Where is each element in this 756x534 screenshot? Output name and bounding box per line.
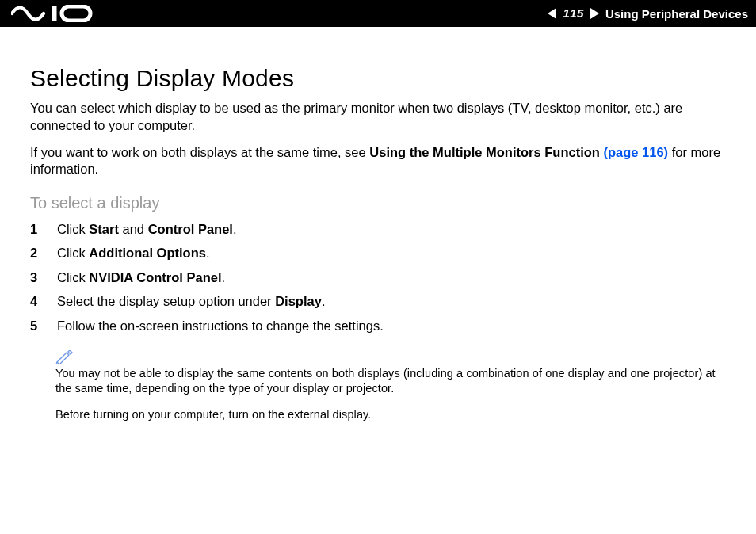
- intro-paragraph-2: If you want to work on both displays at …: [30, 144, 729, 179]
- note-icon: [55, 350, 729, 364]
- step-text: Click: [57, 270, 89, 284]
- section-title: Using Peripheral Devices: [605, 7, 748, 21]
- note-1: You may not be able to display the same …: [55, 366, 729, 396]
- intro-paragraph-1: You can select which display to be used …: [30, 100, 729, 135]
- prev-page-icon[interactable]: [548, 8, 556, 19]
- step-text: and: [119, 222, 148, 236]
- header-bar: 115 Using Peripheral Devices: [0, 0, 756, 27]
- step-text: Click: [57, 222, 89, 236]
- page-nav: 115: [548, 7, 599, 20]
- step-text: .: [233, 222, 237, 236]
- next-page-icon[interactable]: [590, 8, 599, 19]
- step-text: .: [322, 294, 326, 308]
- procedure-steps: Click Start and Control Panel. Click Add…: [30, 219, 729, 336]
- step-bold: Display: [275, 294, 322, 308]
- step-bold: NVIDIA Control Panel: [89, 270, 221, 284]
- cross-ref-link[interactable]: (page 116): [603, 145, 668, 159]
- step-4: Select the display setup option under Di…: [30, 291, 729, 311]
- vaio-logo: [11, 0, 98, 27]
- step-text: Select the display setup option under: [57, 294, 275, 308]
- page-number: 115: [559, 7, 587, 20]
- notes-block: You may not be able to display the same …: [55, 350, 729, 422]
- svg-rect-0: [52, 6, 57, 21]
- header-right: 115 Using Peripheral Devices: [548, 0, 748, 27]
- step-3: Click NVIDIA Control Panel.: [30, 267, 729, 288]
- step-5: Follow the on-screen instructions to cha…: [30, 315, 729, 336]
- step-bold: Start: [89, 222, 119, 236]
- step-bold: Control Panel: [148, 222, 233, 236]
- procedure-heading: To select a display: [30, 194, 729, 212]
- step-2: Click Additional Options.: [30, 242, 729, 263]
- page-title: Selecting Display Modes: [30, 65, 729, 92]
- svg-rect-1: [62, 6, 90, 21]
- step-text: Click: [57, 246, 89, 260]
- page-content: Selecting Display Modes You can select w…: [0, 27, 756, 422]
- step-text: .: [206, 246, 210, 260]
- intro-2-bold: Using the Multiple Monitors Function: [369, 145, 603, 159]
- step-text: .: [222, 270, 226, 284]
- step-bold: Additional Options: [89, 246, 206, 260]
- intro-2-a: If you want to work on both displays at …: [30, 145, 369, 159]
- note-2: Before turning on your computer, turn on…: [55, 407, 729, 422]
- step-1: Click Start and Control Panel.: [30, 219, 729, 239]
